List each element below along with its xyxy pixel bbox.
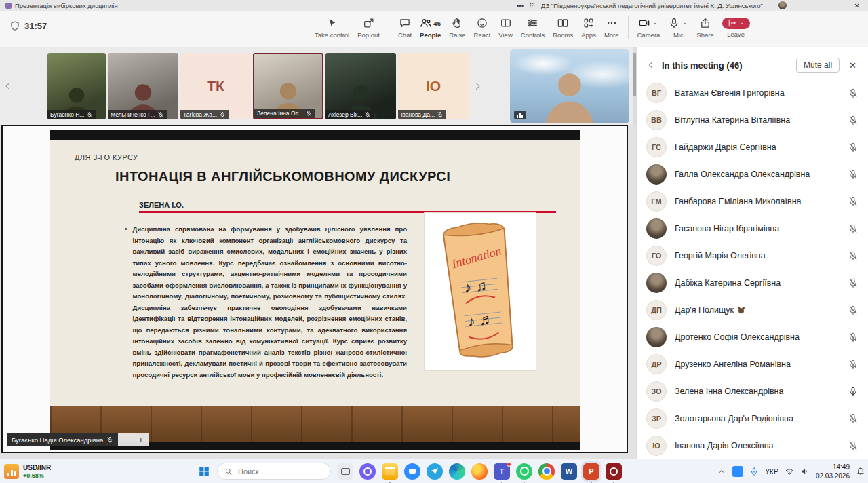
chevron-down-icon[interactable] — [738, 20, 745, 26]
participant-row[interactable]: ВГ Ватаман Євгенія Григорівна — [637, 79, 868, 107]
more-dots[interactable]: ••• — [517, 2, 524, 9]
chat-button[interactable]: Chat — [394, 13, 416, 41]
tray-mic-icon[interactable] — [749, 467, 759, 476]
taskbar-clock[interactable]: 14:49 02.03.2026 — [816, 463, 850, 480]
panel-close-button[interactable]: ✕ — [846, 60, 860, 71]
hidden-icons-chevron[interactable] — [717, 467, 726, 476]
window-close-button[interactable]: ✕ — [852, 2, 863, 9]
react-button[interactable]: React — [470, 13, 495, 41]
mic-muted-icon[interactable] — [848, 142, 859, 153]
video-tile[interactable]: Зелена Інна Ол... — [253, 53, 323, 119]
participant-row[interactable]: Дротенко Софія Олександрівна — [637, 324, 868, 351]
word-icon[interactable] — [561, 463, 577, 480]
spotlight-video-tile[interactable] — [510, 49, 629, 123]
participant-row[interactable]: Гасанова Нігар Ібрагімівна — [637, 215, 868, 242]
teams-icon[interactable] — [494, 463, 510, 480]
leave-pill[interactable] — [722, 18, 750, 29]
rooms-button[interactable]: Rooms — [549, 13, 577, 41]
people-button[interactable]: 46 People — [416, 13, 445, 41]
participant-row[interactable]: ГО Георгій Марія Олегівна — [637, 242, 868, 269]
mic-button[interactable]: Mic — [664, 13, 692, 41]
mic-muted-icon[interactable] — [848, 440, 859, 451]
mute-all-button[interactable]: Mute all — [796, 58, 840, 73]
participant-row[interactable]: ГС Гайдаржи Дарія Сергіївна — [637, 134, 868, 161]
leave-button[interactable]: Leave — [718, 14, 754, 40]
mic-muted-icon[interactable] — [848, 277, 859, 288]
profile-avatar[interactable] — [778, 1, 787, 9]
mic-label: Mic — [673, 31, 684, 39]
camera-button[interactable]: Camera — [633, 13, 665, 41]
viber-icon[interactable] — [359, 463, 376, 480]
participant-row[interactable]: ВВ Вітлугіна Катерина Віталіївна — [637, 107, 868, 134]
chrome-icon[interactable] — [538, 463, 555, 480]
participant-row[interactable]: ІО Іванова Дарія Олексіївна — [637, 432, 868, 459]
participant-row[interactable]: ЗО Зелена Інна Олександрівна — [637, 378, 868, 405]
stocks-widget[interactable]: USD/INR +0.68% — [4, 464, 51, 479]
search-input[interactable] — [237, 467, 323, 476]
mic-muted-icon[interactable] — [848, 115, 859, 125]
mic-muted-icon[interactable] — [848, 359, 859, 370]
keyboard-language[interactable]: УКР — [765, 467, 778, 476]
edge-icon[interactable] — [449, 463, 465, 480]
mic-muted-icon[interactable] — [848, 250, 859, 261]
take-control-button[interactable]: Take control — [311, 13, 353, 41]
apps-button[interactable]: Apps — [577, 13, 600, 41]
mic-muted-icon[interactable] — [848, 196, 859, 207]
powerpoint-icon[interactable] — [583, 463, 599, 480]
svg-text:♪ ♫: ♪ ♫ — [463, 277, 488, 296]
mic-on-icon[interactable] — [848, 386, 859, 397]
filmstrip-next-button[interactable] — [471, 71, 484, 101]
screen-share-stage: ДЛЯ 3-ГО КУРСУ ІНТОНАЦІЯ В АНГЛІЙСЬКОМОВ… — [0, 125, 636, 459]
participant-name: Дабіжа Катерина Сергіївна — [675, 278, 840, 288]
zoom-icon[interactable] — [404, 463, 420, 480]
meeting-timer: 31:57 — [9, 20, 47, 31]
participant-row[interactable]: ДП Дар'я Полищук — [637, 296, 868, 324]
snipping-tool-icon[interactable] — [337, 463, 353, 480]
mic-muted-icon[interactable] — [848, 332, 859, 343]
share-button[interactable]: Share — [692, 13, 717, 41]
start-button[interactable] — [197, 465, 211, 478]
participant-row[interactable]: ЗР Золотарьова Дар'я Родіонівна — [637, 405, 868, 432]
acrobat-icon[interactable] — [606, 463, 622, 480]
initials-tile[interactable]: ТК Тагієва Жа... — [180, 53, 251, 119]
initials-tile[interactable]: ІО Іванова Да... — [398, 53, 469, 119]
mic-muted-icon — [437, 111, 443, 118]
back-arrow-icon[interactable] — [646, 60, 656, 70]
more-button[interactable]: More — [600, 13, 623, 41]
video-tile[interactable]: Мельниченко Г... — [108, 53, 178, 119]
mic-muted-icon[interactable] — [848, 305, 859, 315]
telegram-icon[interactable] — [427, 463, 443, 480]
video-tile[interactable]: Бугаєнко Н... — [47, 53, 106, 119]
search-icon — [224, 467, 233, 476]
filmstrip-prev-button[interactable] — [1, 71, 15, 101]
participant-row[interactable]: Дабіжа Катерина Сергіївна — [637, 269, 868, 296]
video-tile[interactable]: Ахіезер Вік... — [326, 53, 396, 119]
chevron-down-icon[interactable] — [682, 20, 688, 26]
volume-icon[interactable] — [800, 467, 810, 476]
participant-row[interactable]: Галла Олександра Олександрівна — [637, 161, 868, 188]
scrollbar[interactable] — [633, 47, 636, 128]
zoom-in-button[interactable]: + — [138, 435, 144, 445]
controls-button[interactable]: Controls — [517, 13, 549, 41]
raise-hand-button[interactable]: Raise — [445, 13, 469, 41]
zoom-out-button[interactable]: − — [123, 435, 129, 445]
tray-app-icon[interactable] — [732, 466, 743, 477]
participant-row[interactable]: ДР Друзенко Ангеліна Романівна — [637, 351, 868, 378]
mic-muted-icon[interactable] — [848, 169, 859, 180]
firefox-icon[interactable] — [471, 463, 488, 480]
mic-muted-icon[interactable] — [848, 413, 859, 424]
taskbar-search[interactable] — [217, 463, 331, 480]
tile-name-label: Бугаєнко Н... — [47, 110, 96, 119]
participant-name: Дротенко Софія Олександрівна — [675, 332, 840, 342]
file-explorer-icon[interactable] — [382, 463, 398, 480]
chevron-down-icon[interactable] — [652, 20, 658, 26]
view-button[interactable]: View — [494, 13, 516, 41]
notifications-bell-icon[interactable] — [856, 467, 865, 476]
mic-muted-icon[interactable] — [848, 223, 859, 234]
wifi-icon[interactable] — [785, 467, 794, 476]
pop-out-button[interactable]: Pop out — [353, 13, 384, 41]
participant-row[interactable]: ГМ Ганбарова Еміліана Миколаївна — [637, 188, 868, 215]
mic-muted-icon[interactable] — [848, 88, 859, 98]
whatsapp-icon[interactable] — [516, 463, 532, 480]
avatar: ГМ — [646, 191, 667, 212]
